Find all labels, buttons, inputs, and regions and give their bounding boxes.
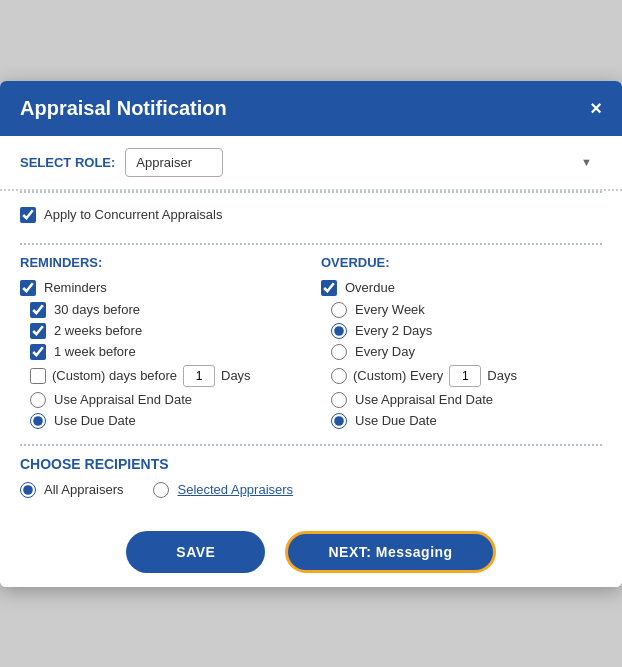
overdue-every-2days-radio[interactable] [331, 323, 347, 339]
two-col-section: REMINDERS: Reminders 30 days before 2 we… [0, 245, 622, 444]
reminders-main-label: Reminders [44, 280, 107, 295]
all-appraisers-radio[interactable] [20, 482, 36, 498]
concurrent-row: Apply to Concurrent Appraisals [20, 207, 602, 223]
reminder-custom-row: (Custom) days before Days [30, 365, 301, 387]
concurrent-checkbox[interactable] [20, 207, 36, 223]
overdue-every-2days-label: Every 2 Days [355, 323, 432, 338]
overdue-due-date-label: Use Due Date [355, 413, 437, 428]
concurrent-section: Apply to Concurrent Appraisals [0, 193, 622, 243]
reminders-main-checkbox[interactable] [20, 280, 36, 296]
all-appraisers-label: All Appraisers [44, 482, 123, 497]
overdue-due-date-radio[interactable] [331, 413, 347, 429]
reminder-due-date-radio[interactable] [30, 413, 46, 429]
selected-appraisers-label: Selected Appraisers [177, 482, 293, 497]
overdue-every-week-label: Every Week [355, 302, 425, 317]
overdue-days-unit: Days [487, 368, 517, 383]
reminders-main-row: Reminders [20, 280, 301, 296]
modal-header: Appraisal Notification × [0, 81, 622, 136]
overdue-due-date-row: Use Due Date [331, 413, 602, 429]
reminder-custom-label: (Custom) days before [52, 368, 177, 383]
reminder-end-date-label: Use Appraisal End Date [54, 392, 192, 407]
reminders-header: REMINDERS: [20, 255, 301, 270]
reminder-2weeks-row: 2 weeks before [30, 323, 301, 339]
modal-body: SELECT ROLE: Appraiser Reviewer Admin Ap… [0, 136, 622, 587]
modal-title: Appraisal Notification [20, 97, 227, 120]
reminders-col: REMINDERS: Reminders 30 days before 2 we… [20, 255, 301, 434]
reminder-days-unit: Days [221, 368, 251, 383]
role-select-wrapper: Appraiser Reviewer Admin [125, 148, 602, 177]
overdue-col: OVERDUE: Overdue Every Week Every 2 Days… [321, 255, 602, 434]
reminder-2weeks-label: 2 weeks before [54, 323, 142, 338]
concurrent-label: Apply to Concurrent Appraisals [44, 207, 222, 222]
reminder-30days-row: 30 days before [30, 302, 301, 318]
reminder-30days-checkbox[interactable] [30, 302, 46, 318]
role-select[interactable]: Appraiser Reviewer Admin [125, 148, 223, 177]
overdue-every-2days-row: Every 2 Days [331, 323, 602, 339]
overdue-custom-label: (Custom) Every [353, 368, 443, 383]
overdue-header: OVERDUE: [321, 255, 602, 270]
overdue-every-day-label: Every Day [355, 344, 415, 359]
reminder-2weeks-checkbox[interactable] [30, 323, 46, 339]
overdue-end-date-row: Use Appraisal End Date [331, 392, 602, 408]
reminder-1week-row: 1 week before [30, 344, 301, 360]
overdue-main-checkbox[interactable] [321, 280, 337, 296]
selected-appraisers-radio[interactable] [153, 482, 169, 498]
overdue-custom-row: (Custom) Every Days [331, 365, 602, 387]
overdue-every-day-row: Every Day [331, 344, 602, 360]
recipients-options: All Appraisers Selected Appraisers [20, 482, 602, 503]
reminder-1week-label: 1 week before [54, 344, 136, 359]
next-button[interactable]: NEXT: Messaging [285, 531, 495, 573]
reminder-end-date-radio[interactable] [30, 392, 46, 408]
reminder-custom-checkbox[interactable] [30, 368, 46, 384]
overdue-end-date-radio[interactable] [331, 392, 347, 408]
overdue-main-row: Overdue [321, 280, 602, 296]
selected-appraisers-row: Selected Appraisers [153, 482, 293, 498]
reminder-due-date-row: Use Due Date [30, 413, 301, 429]
overdue-every-week-row: Every Week [331, 302, 602, 318]
reminder-1week-checkbox[interactable] [30, 344, 46, 360]
recipients-section: CHOOSE RECIPIENTS All Appraisers Selecte… [0, 446, 622, 517]
overdue-custom-radio[interactable] [331, 368, 347, 384]
reminder-30days-label: 30 days before [54, 302, 140, 317]
overdue-custom-days-input[interactable] [449, 365, 481, 387]
appraisal-notification-modal: Appraisal Notification × SELECT ROLE: Ap… [0, 81, 622, 587]
select-role-label: SELECT ROLE: [20, 155, 115, 170]
recipients-header: CHOOSE RECIPIENTS [20, 456, 602, 472]
reminder-end-date-row: Use Appraisal End Date [30, 392, 301, 408]
all-appraisers-row: All Appraisers [20, 482, 123, 498]
reminder-due-date-label: Use Due Date [54, 413, 136, 428]
modal-footer: SAVE NEXT: Messaging [0, 517, 622, 587]
save-button[interactable]: SAVE [126, 531, 265, 573]
close-button[interactable]: × [590, 98, 602, 118]
select-role-section: SELECT ROLE: Appraiser Reviewer Admin [0, 136, 622, 191]
selected-appraisers-link[interactable]: Selected Appraisers [177, 482, 293, 497]
overdue-main-label: Overdue [345, 280, 395, 295]
overdue-end-date-label: Use Appraisal End Date [355, 392, 493, 407]
overdue-every-day-radio[interactable] [331, 344, 347, 360]
reminder-custom-days-input[interactable] [183, 365, 215, 387]
overdue-every-week-radio[interactable] [331, 302, 347, 318]
